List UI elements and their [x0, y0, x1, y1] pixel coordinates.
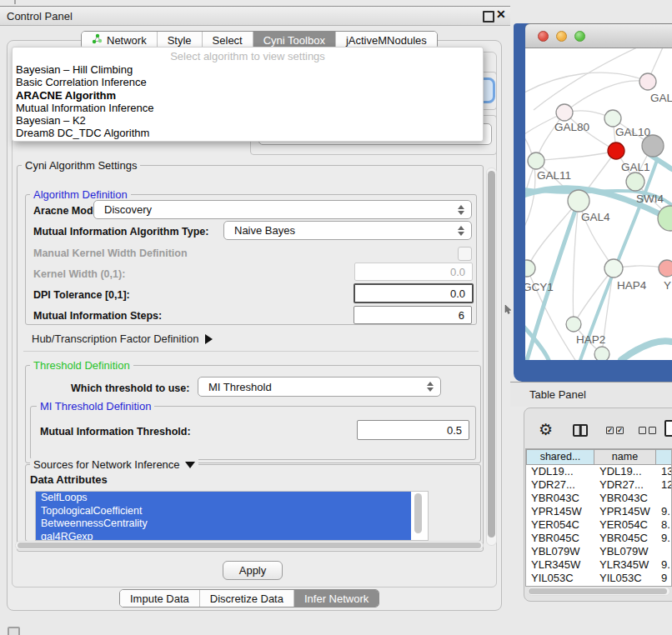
network-node-bottom[interactable] — [594, 347, 609, 360]
node-label-hap2: HAP2 — [576, 333, 605, 346]
algorithm-option-mutual-information-inference[interactable]: Mutual Information Inference — [13, 102, 483, 114]
network-node-gal80[interactable] — [556, 104, 573, 121]
minimize-traffic-light[interactable] — [556, 31, 567, 42]
table-row[interactable]: YBR043CYBR043C — [526, 492, 671, 505]
algorithm-option-basic-correlation-inference[interactable]: Basic Correlation Inference — [13, 76, 483, 88]
network-node-gal-top[interactable] — [639, 73, 656, 90]
node-table[interactable]: shared...name YDL19...YDL19...13YDR27...… — [525, 448, 672, 587]
document-icon[interactable] — [664, 420, 672, 437]
mi-steps-field[interactable]: 6 — [354, 306, 472, 324]
sources-group-toggle[interactable]: Sources for Network Inference — [30, 458, 198, 471]
node-label-gal10: GAL10 — [615, 126, 650, 138]
table-row[interactable]: YBL079WYBL079W — [526, 545, 671, 558]
table-row[interactable]: YPR145WYPR145W9. — [526, 505, 671, 518]
table-cell: YBR045C — [594, 532, 656, 545]
hub-section-toggle[interactable]: Hub/Transcription Factor Definition — [32, 332, 213, 345]
attribute-item-selfloops[interactable]: SelfLoops — [36, 492, 411, 505]
algorithm-option-dream8-dc-tdc-algorithm[interactable]: Dream8 DC_TDC Algorithm — [13, 127, 483, 139]
tab-style[interactable]: Style — [157, 32, 202, 48]
table-row[interactable]: YDR27...YDR27...12 — [526, 478, 671, 492]
network-edge[interactable] — [564, 81, 648, 112]
tab-network[interactable]: Network — [82, 32, 157, 48]
mi-type-select[interactable]: Naive Bayes — [223, 221, 472, 240]
table-cell: 9. — [656, 558, 672, 572]
table-hscrollbar-thumb[interactable] — [529, 588, 667, 594]
zoom-traffic-light[interactable] — [574, 31, 585, 42]
aracne-mode-label: Aracne Mode: — [33, 205, 103, 217]
threshold-definition-title: Threshold Definition — [30, 359, 133, 372]
attribute-item-topologicalcoefficient[interactable]: TopologicalCoefficient — [36, 505, 411, 518]
docked-panel-icon[interactable] — [8, 627, 20, 635]
table-cell: YIL053C — [594, 572, 656, 585]
close-traffic-light[interactable] — [538, 31, 549, 42]
network-edge[interactable] — [525, 125, 535, 243]
tab-jactivemnodules[interactable]: jActiveMNodules — [335, 32, 437, 48]
table-row[interactable]: YER054CYER054C8. — [526, 518, 671, 532]
column-header-clipped[interactable] — [656, 449, 672, 465]
network-edge[interactable] — [536, 151, 616, 161]
table-cell — [656, 545, 672, 558]
attribute-item-gal4rgexp[interactable]: gal4RGexp — [36, 531, 411, 542]
control-panel-title: Control Panel — [7, 10, 73, 22]
column-header-shared[interactable]: shared... — [526, 449, 594, 465]
table-cell: 9. — [656, 505, 672, 518]
column-header-name[interactable]: name — [594, 449, 656, 465]
network-edge[interactable] — [525, 72, 648, 98]
network-node-gal4[interactable] — [568, 190, 589, 212]
table-row[interactable]: YLR345WYLR345W9. — [526, 558, 671, 572]
network-canvas[interactable]: GALGAL80GAL10GAL1GAL11SWI4GAL4GCY1HAP4YH… — [525, 48, 672, 360]
stepper-icon — [427, 382, 434, 392]
table-cell: YIL053C — [526, 572, 594, 585]
tab-impute-data[interactable]: Impute Data — [120, 590, 199, 607]
network-node-salmon[interactable] — [659, 260, 672, 277]
network-node-gcy1[interactable] — [525, 260, 535, 277]
network-node-gal10[interactable] — [604, 110, 621, 127]
algorithm-dropdown-placeholder: Select algorithm to view settings — [13, 50, 483, 62]
tab-infer-network[interactable]: Infer Network — [293, 590, 379, 607]
checked-pair-icon[interactable]: ✓✓ — [606, 427, 624, 434]
dpi-tolerance-label: DPI Tolerance [0,1]: — [33, 289, 130, 301]
mi-threshold-field[interactable]: 0.5 — [357, 420, 469, 440]
algorithm-option-aracne-algorithm[interactable]: ARACNE Algorithm — [13, 89, 483, 102]
network-edge[interactable] — [574, 268, 614, 324]
network-window-titlebar — [525, 23, 672, 48]
network-node-hap2[interactable] — [566, 317, 581, 332]
network-edge[interactable] — [527, 201, 579, 268]
network-node-swi4[interactable] — [658, 206, 672, 231]
tab-discretize-data[interactable]: Discretize Data — [199, 590, 293, 607]
table-row[interactable]: YBR045CYBR045C9. — [526, 532, 671, 545]
data-attributes-list[interactable]: SelfLoopsTopologicalCoefficientBetweenne… — [35, 491, 429, 541]
network-node-gal11[interactable] — [528, 152, 544, 169]
which-threshold-value: MI Threshold — [208, 381, 272, 393]
split-columns-icon[interactable] — [573, 424, 588, 437]
table-row[interactable]: YDL19...YDL19...13 — [526, 465, 671, 478]
table-cell: YBR043C — [594, 492, 656, 505]
settings-hscrollbar-thumb[interactable] — [18, 542, 481, 548]
attribute-item-betweennesscentrality[interactable]: BetweennessCentrality — [36, 518, 411, 531]
network-node-red[interactable] — [608, 142, 624, 159]
network-node-gal1[interactable] — [626, 172, 644, 191]
float-icon[interactable] — [483, 11, 494, 22]
network-node-hap4[interactable] — [604, 259, 623, 278]
tab-cyni-toolbox[interactable]: Cyni Toolbox — [253, 32, 335, 48]
table-row[interactable]: YIL053CYIL053C9 — [526, 572, 671, 585]
gear-icon[interactable]: ⚙ — [539, 420, 553, 439]
table-cell: YDL19... — [526, 465, 594, 478]
algorithm-option-bayesian-k2[interactable]: Bayesian – K2 — [13, 114, 483, 127]
which-threshold-select[interactable]: MI Threshold — [198, 377, 441, 397]
network-edge-highlighted[interactable] — [621, 341, 672, 360]
table-cell: YBR045C — [526, 532, 594, 545]
algorithm-option-bayesian-hill-climbing[interactable]: Bayesian – Hill Climbing — [13, 63, 483, 76]
tab-select[interactable]: Select — [202, 32, 253, 48]
mi-threshold-label: Mutual Information Threshold: — [40, 426, 191, 438]
dpi-tolerance-field[interactable]: 0.0 — [354, 283, 474, 303]
manual-kernel-checkbox[interactable] — [458, 247, 472, 261]
stepper-icon — [458, 205, 464, 215]
attribute-list-scrollbar-thumb[interactable] — [414, 493, 422, 533]
table-cell: YPR145W — [526, 505, 594, 518]
settings-scrollbar-thumb[interactable] — [488, 171, 495, 538]
unchecked-pair-icon[interactable] — [639, 427, 656, 434]
close-icon[interactable]: ✕ — [496, 8, 506, 21]
apply-button[interactable]: Apply — [223, 561, 283, 580]
aracne-mode-select[interactable]: Discovery — [93, 200, 472, 219]
